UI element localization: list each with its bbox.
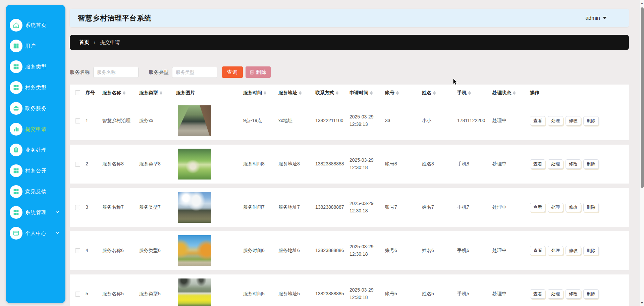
delete-row-button[interactable]: 删除 <box>583 116 599 125</box>
view-button[interactable]: 查看 <box>530 159 545 169</box>
sort-carets[interactable] <box>433 91 436 95</box>
sort-carets[interactable] <box>513 91 516 95</box>
service-name-input[interactable] <box>93 67 139 78</box>
service-type-label: 服务类型 <box>149 69 169 75</box>
vertical-scrollbar[interactable]: ▲ ▼ <box>639 0 644 306</box>
sort-carets[interactable] <box>160 91 162 95</box>
sidebar-item-users[interactable]: 用户 <box>6 36 65 56</box>
sidebar-item-label: 用户 <box>25 43 36 49</box>
process-button[interactable]: 处理 <box>548 246 563 255</box>
sort-carets[interactable] <box>264 91 266 95</box>
process-button[interactable]: 处理 <box>548 116 563 125</box>
status-text: 处理中 <box>492 247 530 254</box>
briefcase-icon <box>10 102 22 115</box>
process-button[interactable]: 处理 <box>548 159 563 169</box>
service-type-input[interactable] <box>172 67 217 78</box>
edit-button[interactable]: 修改 <box>566 116 581 125</box>
service-photo <box>178 149 211 180</box>
service-photo <box>178 192 211 223</box>
sidebar-item-gov-service[interactable]: 政务服务 <box>6 98 65 119</box>
sidebar-item-label: 系统管理 <box>25 209 47 216</box>
sidebar-item-village-type[interactable]: 村务类型 <box>6 77 65 98</box>
sidebar-item-personal-center[interactable]: 个人中心 <box>6 223 65 244</box>
view-button[interactable]: 查看 <box>530 116 545 125</box>
table-row: 2 服务名称8 服务类型8 服务时间8 服务地址8 13823888888 20… <box>70 145 629 184</box>
row-checkbox[interactable] <box>75 118 80 123</box>
sidebar-item-feedback[interactable]: 意见反馈 <box>6 181 65 202</box>
sidebar-item-service-type[interactable]: 服务类型 <box>6 56 65 77</box>
sidebar-item-label: 个人中心 <box>25 230 47 237</box>
sidebar-item-village-disclosure[interactable]: 村务公开 <box>6 160 65 181</box>
sidebar-item-business-process[interactable]: 业务处理 <box>6 140 65 160</box>
app-header: 智慧乡村治理平台系统 admin <box>70 9 629 27</box>
status-text: 处理中 <box>492 160 530 168</box>
sidebar-item-system-management[interactable]: 系统管理 <box>6 202 65 223</box>
delete-row-button[interactable]: 删除 <box>583 289 599 299</box>
grid-icon <box>10 60 22 73</box>
grid-icon <box>10 40 22 52</box>
service-name-label: 服务名称 <box>70 69 90 75</box>
delete-button[interactable]: 删除 <box>246 66 271 78</box>
delete-row-button[interactable]: 删除 <box>583 203 599 212</box>
view-button[interactable]: 查看 <box>530 246 545 255</box>
sidebar-item-label: 村务类型 <box>25 85 47 91</box>
sort-carets[interactable] <box>336 91 338 95</box>
edit-button[interactable]: 修改 <box>566 159 581 169</box>
filter-bar: 服务名称 服务类型 查询 删除 <box>70 66 271 78</box>
table-row: 1 智慧乡村治理 服务xx 9点-19点 xx地址 13822211100 20… <box>70 101 629 140</box>
search-button[interactable]: 查询 <box>222 66 243 78</box>
username: admin <box>585 15 600 21</box>
user-menu[interactable]: admin <box>585 15 607 21</box>
chevron-down-icon <box>55 230 59 236</box>
table-header-row: 序号 服务名称 服务类型 服务图片 服务时间 服务地址 联系方式 申请时间 账号… <box>70 85 629 101</box>
sidebar-item-label: 政务服务 <box>25 105 47 112</box>
sidebar-item-submit-application[interactable]: 提交申请 <box>6 119 65 140</box>
trash-icon <box>250 70 254 74</box>
row-checkbox[interactable] <box>75 162 80 167</box>
view-button[interactable]: 查看 <box>530 289 545 299</box>
select-all-checkbox[interactable] <box>75 90 80 95</box>
edit-button[interactable]: 修改 <box>566 246 581 255</box>
service-photo <box>178 278 211 306</box>
caret-down-icon <box>603 17 607 19</box>
sort-carets[interactable] <box>123 91 125 95</box>
process-button[interactable]: 处理 <box>548 289 563 299</box>
grid-icon <box>10 206 22 219</box>
breadcrumb-current: 提交申请 <box>100 39 120 46</box>
row-checkbox[interactable] <box>75 292 80 297</box>
edit-button[interactable]: 修改 <box>566 203 581 212</box>
status-text: 处理中 <box>492 290 530 298</box>
chevron-down-icon <box>55 209 59 215</box>
sidebar-item-home[interactable]: 系统首页 <box>6 15 65 36</box>
scroll-down-arrow[interactable]: ▼ <box>640 301 644 305</box>
breadcrumb: 首页 / 提交申请 <box>70 35 629 50</box>
sort-carets[interactable] <box>468 91 471 95</box>
sidebar-item-label: 意见反馈 <box>25 189 47 195</box>
sort-carets[interactable] <box>299 91 302 95</box>
delete-row-button[interactable]: 删除 <box>583 246 599 255</box>
grid-icon <box>10 81 22 94</box>
sidebar-item-label: 提交申请 <box>25 126 47 133</box>
main-content: 智慧乡村治理平台系统 admin 首页 / 提交申请 服务名称 服务类型 查询 … <box>70 0 629 306</box>
home-icon <box>10 19 22 32</box>
row-checkbox[interactable] <box>75 205 80 210</box>
sidebar: 系统首页 用户 服务类型 村务类型 政务服务 提交申请 业务处理 <box>6 5 65 303</box>
breadcrumb-home-link[interactable]: 首页 <box>79 39 89 46</box>
page-title: 智慧乡村治理平台系统 <box>78 13 152 23</box>
sidebar-item-label: 服务类型 <box>25 64 47 70</box>
grid-icon <box>10 164 22 177</box>
table-row: 4 服务名称6 服务类型6 服务时间6 服务地址6 13823888886 20… <box>70 231 629 270</box>
row-checkbox[interactable] <box>75 248 80 253</box>
id-card-icon <box>10 227 22 240</box>
view-button[interactable]: 查看 <box>530 203 545 212</box>
process-button[interactable]: 处理 <box>548 203 563 212</box>
grid-icon <box>10 185 22 198</box>
delete-row-button[interactable]: 删除 <box>583 159 599 169</box>
scrollbar-thumb[interactable] <box>641 7 644 188</box>
scroll-up-arrow[interactable]: ▲ <box>640 1 644 5</box>
sort-carets[interactable] <box>370 91 373 95</box>
clipboard-icon <box>10 144 22 156</box>
edit-button[interactable]: 修改 <box>566 289 581 299</box>
breadcrumb-separator: / <box>94 40 95 45</box>
sort-carets[interactable] <box>396 91 399 95</box>
